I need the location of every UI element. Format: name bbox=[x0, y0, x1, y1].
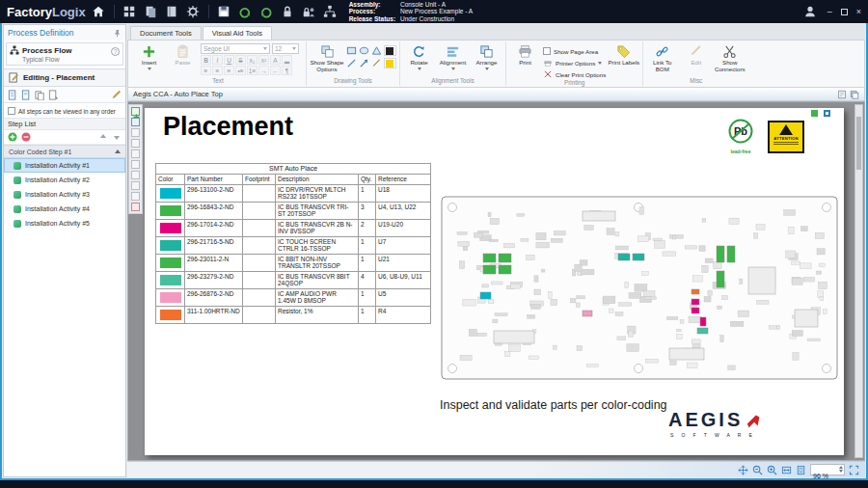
zoom-spinner[interactable] bbox=[839, 466, 843, 473]
fullscreen-icon[interactable] bbox=[849, 465, 859, 475]
save-icon[interactable] bbox=[216, 4, 232, 20]
line-shape-icon[interactable] bbox=[346, 58, 357, 68]
pan-icon[interactable] bbox=[738, 465, 748, 475]
outdent-icon[interactable]: ← bbox=[270, 66, 281, 75]
layers-icon[interactable] bbox=[850, 90, 859, 99]
image-tool-icon[interactable] bbox=[131, 139, 140, 148]
step-list-item[interactable]: Installation Activity #2 bbox=[4, 173, 125, 187]
vertical-scrollbar[interactable] bbox=[854, 104, 863, 458]
home-icon[interactable] bbox=[91, 4, 107, 20]
strikethrough-icon[interactable]: S bbox=[235, 55, 246, 65]
step-group-header[interactable]: Color Coded Step #1 bbox=[4, 145, 125, 158]
font-color-icon[interactable]: A bbox=[270, 55, 281, 65]
pin-icon[interactable] bbox=[113, 29, 122, 38]
font-name-select[interactable]: Segoe UI bbox=[201, 43, 270, 54]
help-icon[interactable]: ? bbox=[111, 47, 120, 56]
arrow-shape-icon[interactable] bbox=[359, 58, 369, 68]
grid-tool-icon[interactable] bbox=[131, 118, 140, 126]
underline-icon[interactable]: U bbox=[224, 55, 234, 65]
link-to-bom-button[interactable]: Link To BOM bbox=[646, 43, 678, 72]
redo-icon[interactable] bbox=[258, 4, 275, 20]
library-icon[interactable] bbox=[164, 4, 180, 20]
print-button[interactable]: Print bbox=[509, 43, 541, 67]
triangle-shape-icon[interactable] bbox=[371, 45, 382, 56]
text-tool-icon[interactable] bbox=[131, 128, 140, 137]
indent-icon[interactable]: → bbox=[258, 66, 269, 75]
move-up-icon[interactable] bbox=[98, 132, 108, 142]
undo-icon[interactable] bbox=[237, 4, 254, 20]
step-list-item[interactable]: Installation Activity #1 bbox=[4, 158, 125, 173]
font-size-select[interactable]: 12 bbox=[272, 43, 299, 54]
restore-button[interactable] bbox=[841, 9, 848, 15]
ellipse-shape-icon[interactable] bbox=[359, 45, 369, 56]
printer-options-button[interactable]: Printer Options bbox=[543, 58, 606, 68]
fit-page-icon[interactable] bbox=[796, 465, 806, 475]
fill-color-picker[interactable] bbox=[384, 58, 396, 68]
document-canvas[interactable]: Placement Pb lead-free bbox=[127, 101, 865, 461]
edit-connectors-button[interactable]: Edit bbox=[680, 43, 712, 67]
doc-tool-2-icon[interactable] bbox=[21, 90, 32, 100]
page-view-icon[interactable] bbox=[837, 90, 847, 99]
lock-icon[interactable] bbox=[280, 4, 296, 20]
arrange-button[interactable]: Arrange bbox=[471, 43, 502, 70]
callout-tool-icon[interactable] bbox=[131, 171, 140, 179]
step-list-item[interactable]: Installation Activity #3 bbox=[4, 187, 125, 202]
zoom-out-icon[interactable] bbox=[752, 465, 763, 475]
superscript-icon[interactable]: x² bbox=[258, 55, 269, 65]
order-checkbox-row[interactable]: All steps can be viewed in any order bbox=[4, 103, 125, 118]
dashboard-icon[interactable] bbox=[122, 4, 138, 20]
show-connectors-button[interactable]: Show Connectors bbox=[714, 43, 746, 72]
tab-visual-aid-tools[interactable]: Visual Aid Tools bbox=[203, 26, 272, 40]
remove-step-icon[interactable] bbox=[21, 132, 31, 142]
bullet-list-icon[interactable]: •≡ bbox=[235, 66, 246, 75]
order-checkbox[interactable] bbox=[8, 107, 15, 115]
user-icon[interactable] bbox=[802, 4, 819, 20]
document-page[interactable]: Placement Pb lead-free bbox=[145, 108, 844, 455]
doc-tool-4-icon[interactable] bbox=[48, 90, 59, 100]
doc-tool-3-icon[interactable] bbox=[35, 90, 45, 100]
number-list-icon[interactable]: 1≡ bbox=[247, 66, 258, 75]
fit-width-icon[interactable] bbox=[781, 465, 792, 475]
step-list-item[interactable]: Installation Activity #5 bbox=[4, 216, 125, 230]
add-annotation-icon[interactable] bbox=[131, 107, 140, 116]
show-page-area-checkbox[interactable] bbox=[543, 47, 551, 55]
stamp-tool-icon[interactable] bbox=[131, 181, 140, 190]
insert-button[interactable]: Insert bbox=[133, 43, 165, 70]
move-down-icon[interactable] bbox=[112, 132, 122, 142]
align-center-icon[interactable]: ≡ bbox=[212, 66, 223, 75]
subscript-icon[interactable]: x₂ bbox=[247, 55, 258, 65]
print-labels-button[interactable]: Print Labels bbox=[608, 43, 639, 67]
green-handle[interactable] bbox=[811, 110, 818, 117]
pencil-draw-icon[interactable] bbox=[371, 58, 382, 68]
bold-icon[interactable]: B bbox=[201, 55, 211, 65]
close-button[interactable]: × bbox=[856, 8, 861, 16]
delete-tool-icon[interactable] bbox=[131, 203, 140, 211]
align-left-icon[interactable]: ≡ bbox=[201, 66, 211, 75]
rectangle-shape-icon[interactable] bbox=[346, 45, 357, 56]
minimize-button[interactable]: – bbox=[827, 8, 832, 16]
align-right-icon[interactable]: ≡ bbox=[224, 66, 234, 75]
collapse-caret-icon[interactable] bbox=[115, 149, 121, 153]
blue-handle[interactable] bbox=[824, 110, 830, 117]
show-page-area-toggle[interactable]: Show Page Area bbox=[543, 46, 606, 56]
edit-pencil-icon[interactable] bbox=[111, 90, 122, 100]
measure-tool-icon[interactable] bbox=[131, 192, 140, 201]
highlight-icon[interactable]: ▂ bbox=[282, 55, 292, 65]
step-list-item[interactable]: Installation Activity #4 bbox=[4, 202, 125, 216]
doc-tool-1-icon[interactable] bbox=[8, 90, 18, 100]
settings-gear-icon[interactable] bbox=[185, 4, 202, 20]
shape-tool-icon[interactable] bbox=[131, 149, 140, 158]
alignment-button[interactable]: Alignment bbox=[437, 43, 469, 70]
show-shape-options-button[interactable]: Show Shape Options bbox=[310, 43, 344, 72]
documents-icon[interactable] bbox=[143, 4, 159, 20]
line-color-picker[interactable] bbox=[384, 45, 396, 56]
zoom-level-input[interactable] bbox=[811, 472, 844, 481]
table-tool-icon[interactable] bbox=[131, 160, 140, 169]
clear-print-options-button[interactable]: Clear Print Options bbox=[543, 69, 606, 79]
tab-document-tools[interactable]: Document Tools bbox=[130, 26, 202, 40]
zoom-in-icon[interactable] bbox=[767, 465, 777, 475]
italic-icon[interactable]: I bbox=[212, 55, 223, 65]
add-step-icon[interactable] bbox=[8, 132, 17, 142]
scrollbar-thumb[interactable] bbox=[856, 117, 861, 170]
permissions-lock-icon[interactable] bbox=[301, 4, 317, 20]
